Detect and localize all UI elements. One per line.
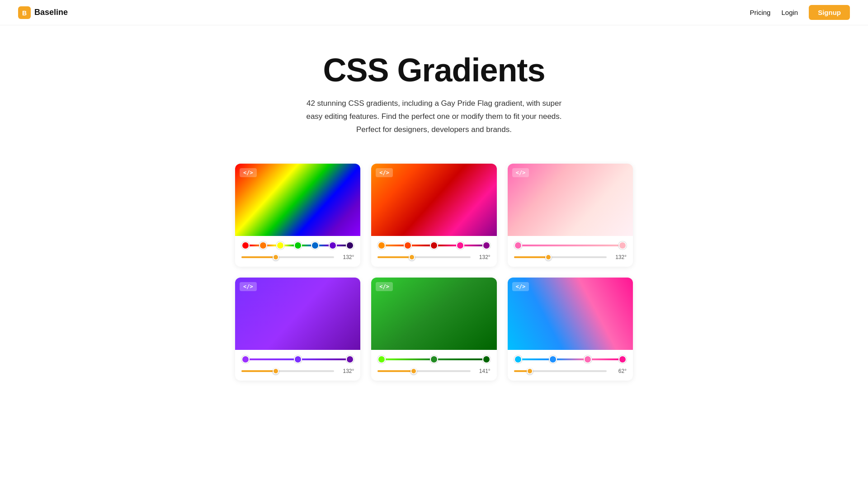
angle-slider-fill (377, 256, 412, 258)
hero-description: 42 stunning CSS gradients, including a G… (298, 97, 570, 137)
color-stop-dot[interactable] (241, 355, 250, 363)
color-stop-dot[interactable] (377, 241, 386, 250)
gradient-card-orange-red[interactable]: </>132° (371, 164, 496, 267)
angle-slider-track[interactable] (377, 370, 470, 372)
color-stops-rainbow (241, 241, 354, 250)
logo-link[interactable]: B Baseline (18, 6, 68, 19)
stop-line (250, 245, 259, 246)
gradient-card-pink[interactable]: </>132° (508, 164, 633, 267)
gradient-card-purple[interactable]: </>132° (235, 278, 360, 381)
stop-line (250, 358, 294, 360)
code-badge-pink[interactable]: </> (512, 168, 529, 177)
gradient-preview-cyan-pink: </> (508, 278, 633, 350)
color-stop-dot[interactable] (584, 355, 592, 363)
color-stop-dot[interactable] (482, 355, 491, 363)
gradient-card-rainbow[interactable]: </>132° (235, 164, 360, 267)
code-badge-rainbow[interactable]: </> (240, 168, 257, 177)
login-link[interactable]: Login (781, 9, 798, 16)
angle-row-green: 141° (377, 368, 490, 374)
angle-row-cyan-pink: 62° (514, 368, 627, 374)
navbar: B Baseline Pricing Login Signup (0, 0, 868, 25)
card-controls-purple: 132° (235, 350, 360, 381)
color-stop-dot[interactable] (514, 355, 522, 363)
angle-slider-track[interactable] (241, 256, 334, 258)
color-stops-green (377, 355, 490, 363)
gradient-preview-green: </> (371, 278, 496, 350)
card-controls-green: 141° (371, 350, 496, 381)
color-stop-dot[interactable] (346, 241, 354, 250)
code-badge-green[interactable]: </> (376, 282, 393, 291)
angle-label: 141° (474, 368, 491, 374)
hero-section: CSS Gradients 42 stunning CSS gradients,… (0, 25, 868, 146)
card-controls-cyan-pink: 62° (508, 350, 633, 381)
stop-line (302, 245, 311, 246)
gradient-grid: </>132°</>132°</>132°</>132°</>141°</>62… (226, 164, 642, 381)
angle-slider-thumb[interactable] (273, 254, 279, 260)
stop-line (592, 358, 618, 360)
brand-name: Baseline (34, 8, 68, 17)
color-stop-dot[interactable] (311, 241, 319, 250)
color-stop-dot[interactable] (482, 241, 491, 250)
color-stop-dot[interactable] (430, 355, 438, 363)
stop-line (386, 245, 404, 246)
svg-text:B: B (22, 9, 27, 17)
color-stops-pink (514, 241, 627, 250)
color-stop-dot[interactable] (377, 355, 386, 363)
angle-row-rainbow: 132° (241, 254, 354, 260)
gradient-preview-rainbow: </> (235, 164, 360, 236)
color-stop-dot[interactable] (618, 241, 627, 250)
stop-line (412, 245, 430, 246)
stop-line (386, 358, 430, 360)
color-stop-dot[interactable] (618, 355, 627, 363)
angle-row-orange-red: 132° (377, 254, 490, 260)
angle-slider-track[interactable] (514, 370, 607, 372)
stop-line (557, 358, 584, 360)
gradient-preview-orange-red: </> (371, 164, 496, 236)
gradient-preview-purple: </> (235, 278, 360, 350)
pricing-link[interactable]: Pricing (750, 9, 771, 16)
color-stops-orange-red (377, 241, 490, 250)
color-stop-dot[interactable] (404, 241, 412, 250)
color-stop-dot[interactable] (259, 241, 267, 250)
stop-line (284, 245, 294, 246)
color-stop-dot[interactable] (276, 241, 284, 250)
logo-icon: B (18, 6, 31, 19)
color-stop-dot[interactable] (456, 241, 464, 250)
angle-slider-track[interactable] (377, 256, 470, 258)
angle-slider-track[interactable] (514, 256, 607, 258)
code-badge-orange-red[interactable]: </> (376, 168, 393, 177)
stop-line (438, 358, 482, 360)
gradient-preview-pink: </> (508, 164, 633, 236)
angle-slider-thumb[interactable] (527, 368, 533, 374)
color-stop-dot[interactable] (346, 355, 354, 363)
stop-line (522, 358, 549, 360)
code-badge-cyan-pink[interactable]: </> (512, 282, 529, 291)
code-badge-purple[interactable]: </> (240, 282, 257, 291)
angle-slider-thumb[interactable] (545, 254, 552, 260)
signup-button[interactable]: Signup (809, 5, 850, 20)
color-stop-dot[interactable] (241, 241, 250, 250)
gradient-card-green[interactable]: </>141° (371, 278, 496, 381)
gradient-card-cyan-pink[interactable]: </>62° (508, 278, 633, 381)
stop-line (302, 358, 346, 360)
color-stops-cyan-pink (514, 355, 627, 363)
angle-slider-track[interactable] (241, 370, 334, 372)
card-controls-pink: 132° (508, 236, 633, 267)
angle-label: 132° (338, 368, 354, 374)
color-stop-dot[interactable] (294, 355, 302, 363)
angle-slider-thumb[interactable] (273, 368, 279, 374)
angle-slider-thumb[interactable] (409, 254, 415, 260)
color-stop-dot[interactable] (430, 241, 438, 250)
angle-row-pink: 132° (514, 254, 627, 260)
color-stop-dot[interactable] (514, 241, 522, 250)
angle-slider-thumb[interactable] (410, 368, 417, 374)
color-stop-dot[interactable] (294, 241, 302, 250)
card-controls-orange-red: 132° (371, 236, 496, 267)
stop-line (438, 245, 456, 246)
color-stop-dot[interactable] (329, 241, 337, 250)
color-stop-dot[interactable] (549, 355, 557, 363)
stop-line (337, 245, 346, 246)
stop-line (522, 245, 618, 246)
angle-label: 132° (338, 254, 354, 260)
card-controls-rainbow: 132° (235, 236, 360, 267)
